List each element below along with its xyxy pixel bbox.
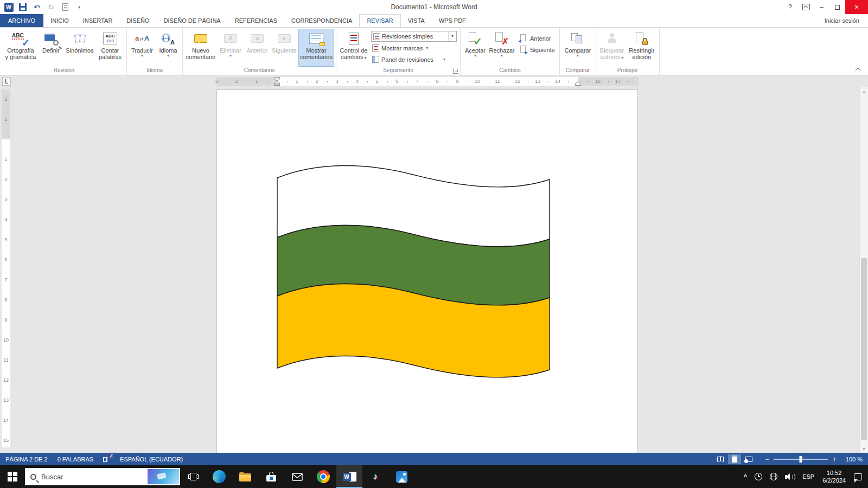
start-button[interactable] (0, 465, 25, 488)
page-indicator[interactable]: PÁGINA 2 DE 2 (5, 456, 48, 463)
sign-in-link[interactable]: Iniciar sesión (825, 14, 868, 27)
flag-shape[interactable] (275, 162, 552, 385)
tab-revisar[interactable]: REVISAR (359, 14, 400, 27)
clock-date-button[interactable]: 10:526/2/2024 (818, 465, 850, 488)
reviewing-pane-button[interactable]: Panel de revisiones ▾ (371, 54, 457, 65)
spelling-grammar-button[interactable]: ABC✓ Ortografíay gramática (3, 29, 38, 67)
ruler-number: 16 (595, 78, 601, 85)
show-comments-button[interactable]: Mostrarcomentarios (298, 29, 334, 67)
input-language-button[interactable]: ESP (799, 465, 818, 488)
tab-stop-selector[interactable]: L (2, 77, 11, 86)
ruler-number: 12 (515, 78, 520, 85)
delete-comment-button[interactable]: ✗ Eliminar ▾ (217, 29, 244, 67)
taskbar-photos-button[interactable] (388, 465, 414, 488)
ruler-tick (227, 81, 227, 82)
taskbar-word-button[interactable]: W (336, 465, 362, 488)
vertical-scrollbar[interactable]: ▴ ▾ (859, 87, 868, 453)
dialog-launcher-icon[interactable] (453, 68, 458, 74)
web-layout-button[interactable] (742, 454, 755, 464)
reject-button[interactable]: ✗ Rechazar ▾ (488, 29, 515, 67)
h-ruler[interactable]: 32112345678910111213141617 (216, 77, 639, 86)
ribbon-display-options-button[interactable] (798, 0, 814, 14)
proofing-status-icon[interactable]: ✗ (103, 455, 112, 463)
previous-comment-button[interactable]: ◂ Anterior (244, 29, 270, 67)
tab-inicio[interactable]: INICIO (43, 14, 76, 27)
right-indent-marker[interactable] (575, 81, 581, 86)
search-highlights-image[interactable] (148, 469, 179, 484)
block-authors-button[interactable]: Bloquearautores▾ (598, 29, 626, 67)
accept-button[interactable]: ✓ Aceptar ▾ (462, 29, 488, 67)
translate-button[interactable]: a⇄A Traducir ▾ (129, 29, 156, 67)
chevron-down-icon[interactable]: ▾ (448, 31, 456, 41)
scrollbar-thumb[interactable] (861, 258, 867, 440)
touch-mode-button[interactable] (60, 1, 71, 13)
minimize-button[interactable]: – (814, 0, 829, 14)
taskbar-search[interactable]: Buscar (25, 468, 180, 485)
word-app-icon[interactable]: W (3, 1, 14, 13)
scroll-down-icon[interactable]: ▾ (860, 444, 868, 453)
save-button[interactable] (17, 1, 28, 13)
tab-vista[interactable]: VISTA (401, 14, 432, 27)
scroll-up-icon[interactable]: ▴ (860, 87, 868, 96)
chevron-down-icon: ▾ (229, 54, 232, 59)
task-view-button[interactable] (180, 465, 206, 488)
taskbar-store-button[interactable] (258, 465, 284, 488)
zoom-slider-thumb[interactable] (800, 456, 802, 463)
taskbar-tiktok-button[interactable]: ♪ (362, 465, 388, 488)
help-button[interactable]: ? (782, 0, 798, 14)
hidden-icons-button[interactable]: ^ (740, 465, 751, 488)
word-count-button[interactable]: ABC123 Contarpalabras (95, 29, 125, 67)
thesaurus-button[interactable]: Sinónimos (64, 29, 95, 67)
tab-dise-o-de-p-gina[interactable]: DISEÑO DE PÁGINA (157, 14, 228, 27)
language-indicator[interactable]: ESPAÑOL (ECUADOR) (120, 456, 183, 463)
zoom-out-button[interactable]: − (763, 455, 771, 463)
tab-referencias[interactable]: REFERENCIAS (228, 14, 284, 27)
undo-dropdown-icon[interactable]: ▾ (39, 5, 41, 9)
close-button[interactable]: × (845, 0, 868, 14)
read-mode-button[interactable] (714, 454, 727, 464)
next-comment-button[interactable]: ▸ Siguiente (270, 29, 298, 67)
tab-correspondencia[interactable]: CORRESPONDENCIA (284, 14, 359, 27)
taskbar-chrome-button[interactable] (310, 465, 336, 488)
track-changes-button[interactable]: Control decambios▾ (338, 29, 369, 67)
tray-clock-button[interactable] (751, 465, 766, 488)
taskbar-file-explorer-button[interactable] (232, 465, 258, 488)
previous-change-button[interactable]: ◂ Anterior (517, 33, 556, 43)
tray-volume-button[interactable] (781, 465, 799, 488)
taskbar-edge-button[interactable] (206, 465, 232, 488)
next-change-button[interactable]: ▸ Siguiente (517, 44, 556, 55)
revisions-icon (373, 33, 380, 40)
word-count-indicator[interactable]: 0 PALABRAS (58, 456, 93, 463)
restrict-editing-button[interactable]: Restringiredición (626, 29, 658, 67)
chevron-down-icon: ▾ (426, 46, 428, 50)
show-markup-button[interactable]: Mostrar marcas ▾ (371, 43, 457, 53)
language-button[interactable]: A Idioma ▾ (156, 29, 181, 67)
tab-wps-pdf[interactable]: WPS PDF (432, 14, 473, 27)
tray-network-button[interactable] (766, 465, 781, 488)
system-tray: ^ ESP 10:526/2/2024 (740, 465, 868, 488)
redo-button[interactable]: ↻ (46, 1, 56, 13)
document-page[interactable] (216, 89, 638, 453)
v-ruler[interactable]: 21123456789101112131415 (2, 89, 10, 447)
maximize-button[interactable] (829, 0, 845, 14)
display-for-review-combobox[interactable]: Revisiones simples ▾ (371, 31, 457, 42)
collapse-ribbon-button[interactable] (855, 67, 861, 72)
zoom-level[interactable]: 100 % (839, 456, 863, 463)
customize-qat-button[interactable]: ▾ (74, 1, 85, 13)
define-button[interactable]: Definir (38, 29, 64, 67)
ruler-tick (448, 81, 448, 82)
ruler-tick (387, 81, 388, 82)
new-comment-button[interactable]: Nuevocomentario (184, 29, 217, 67)
zoom-slider[interactable] (774, 459, 828, 460)
compare-button[interactable]: Comparar ▾ (561, 29, 594, 67)
hanging-indent-marker[interactable] (274, 81, 280, 86)
tab-insertar[interactable]: INSERTAR (76, 14, 120, 27)
next-change-icon: ▸ (518, 46, 528, 54)
zoom-in-button[interactable]: + (830, 455, 839, 463)
action-center-button[interactable] (850, 465, 866, 488)
print-layout-button[interactable] (728, 454, 741, 464)
undo-button[interactable]: ↶▾ (31, 1, 42, 13)
tab-dise-o[interactable]: DISEÑO (119, 14, 156, 27)
taskbar-mail-button[interactable] (284, 465, 310, 488)
tab-archivo[interactable]: ARCHIVO (0, 14, 43, 27)
